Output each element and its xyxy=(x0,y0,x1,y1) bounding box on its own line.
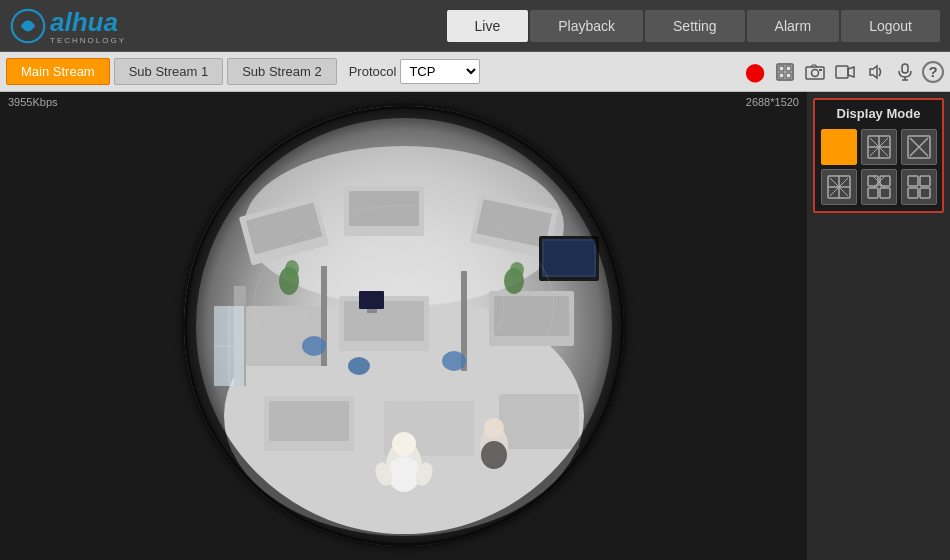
svg-rect-30 xyxy=(494,296,569,336)
display-mode-title: Display Mode xyxy=(821,106,936,121)
svg-rect-84 xyxy=(908,188,918,198)
svg-point-46 xyxy=(481,441,507,469)
protocol-select[interactable]: TCP UDP MULTICAST HTTP xyxy=(400,59,480,84)
record-video-icon[interactable] xyxy=(832,59,858,85)
video-area[interactable]: 3955Kbps 2688*1520 xyxy=(0,92,807,560)
camera-snap-icon[interactable] xyxy=(802,59,828,85)
fisheye-image xyxy=(184,106,624,546)
tab-logout[interactable]: Logout xyxy=(841,10,940,42)
svg-rect-82 xyxy=(908,176,918,186)
svg-rect-2 xyxy=(779,66,784,71)
panorama-icon xyxy=(866,134,892,160)
protocol-label: Protocol xyxy=(349,64,397,79)
stream-btn-sub2[interactable]: Sub Stream 2 xyxy=(227,58,337,85)
record-video-svg xyxy=(835,65,855,79)
svg-rect-85 xyxy=(920,188,930,198)
display-mode-btn-quad2[interactable] xyxy=(861,169,897,205)
screenshot-icon[interactable] xyxy=(772,59,798,85)
svg-rect-8 xyxy=(819,69,822,71)
svg-rect-3 xyxy=(786,66,791,71)
fisheye-container xyxy=(0,92,807,560)
svg-point-55 xyxy=(348,357,370,375)
stream-btn-sub1[interactable]: Sub Stream 1 xyxy=(114,58,224,85)
svg-rect-4 xyxy=(779,73,784,78)
camera-svg xyxy=(805,64,825,80)
record-icon[interactable]: ⬤ xyxy=(742,59,768,85)
display-mode-btn-quad3[interactable] xyxy=(901,169,937,205)
logo-brand-text: alhua xyxy=(50,7,118,38)
svg-point-56 xyxy=(442,351,466,371)
tab-alarm[interactable]: Alarm xyxy=(747,10,840,42)
logo-area: alhua TECHNOLOGY xyxy=(10,7,126,45)
display-mode-panel: Display Mode xyxy=(813,98,944,213)
screenshot-svg xyxy=(776,63,794,81)
header: alhua TECHNOLOGY Live Playback Setting A… xyxy=(0,0,950,52)
display-mode-btn-panorama2[interactable] xyxy=(901,129,937,165)
svg-point-54 xyxy=(302,336,326,356)
tab-live[interactable]: Live xyxy=(447,10,529,42)
toolbar-icons: ⬤ xyxy=(742,59,944,85)
quad-icon xyxy=(826,174,852,200)
logo-sub-text: TECHNOLOGY xyxy=(50,36,126,45)
display-mode-btn-quad[interactable] xyxy=(821,169,857,205)
svg-rect-5 xyxy=(786,73,791,78)
resolution-label: 2688*1520 xyxy=(746,96,799,108)
bitrate-label: 3955Kbps xyxy=(8,96,58,108)
display-mode-grid xyxy=(821,129,936,205)
help-icon[interactable]: ? xyxy=(922,61,944,83)
svg-rect-78 xyxy=(868,188,878,198)
logo-brand: alhua xyxy=(50,7,118,38)
svg-point-34 xyxy=(510,262,524,278)
right-panel: Display Mode xyxy=(807,92,950,560)
svg-rect-10 xyxy=(902,64,908,73)
svg-rect-20 xyxy=(349,191,419,226)
svg-rect-27 xyxy=(359,291,384,309)
svg-rect-83 xyxy=(920,176,930,186)
stream-toolbar: Main Stream Sub Stream 1 Sub Stream 2 Pr… xyxy=(0,52,950,92)
svg-point-32 xyxy=(285,260,299,278)
logo-text-wrapper: alhua TECHNOLOGY xyxy=(50,7,126,45)
panorama2-icon xyxy=(906,134,932,160)
svg-point-7 xyxy=(812,69,819,76)
display-mode-btn-panorama[interactable] xyxy=(861,129,897,165)
svg-rect-49 xyxy=(544,241,594,275)
svg-rect-9 xyxy=(836,66,848,78)
mic-icon[interactable] xyxy=(892,59,918,85)
svg-point-62 xyxy=(829,137,849,157)
dahua-logo-icon xyxy=(10,8,46,44)
svg-rect-36 xyxy=(269,401,349,441)
svg-point-40 xyxy=(392,432,416,456)
quad3-icon xyxy=(906,174,932,200)
svg-point-45 xyxy=(484,418,504,438)
svg-point-41 xyxy=(388,456,420,492)
single-view-icon xyxy=(826,134,852,160)
main-content: 3955Kbps 2688*1520 xyxy=(0,92,950,560)
svg-rect-28 xyxy=(367,309,377,313)
office-scene-svg xyxy=(184,106,624,546)
speaker-svg xyxy=(866,63,884,81)
mic-svg xyxy=(897,63,913,81)
stream-btn-main[interactable]: Main Stream xyxy=(6,58,110,85)
tab-setting[interactable]: Setting xyxy=(645,10,745,42)
svg-rect-79 xyxy=(880,188,890,198)
svg-rect-38 xyxy=(499,394,579,449)
quad2-icon xyxy=(866,174,892,200)
nav-tabs: Live Playback Setting Alarm Logout xyxy=(447,10,940,42)
display-mode-btn-single[interactable] xyxy=(821,129,857,165)
tab-playback[interactable]: Playback xyxy=(530,10,643,42)
speaker-icon[interactable] xyxy=(862,59,888,85)
